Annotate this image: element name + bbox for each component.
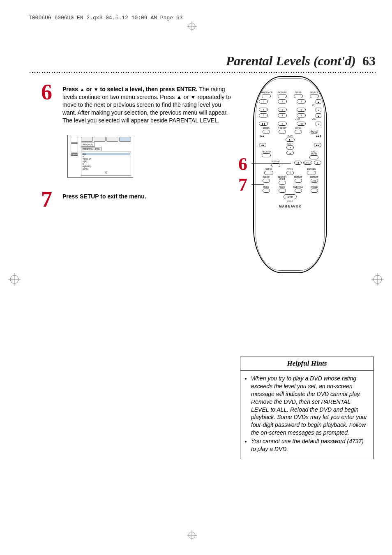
remote-brand: MAGNAVOX	[259, 205, 321, 208]
hints-title: Helpful Hints	[240, 357, 374, 371]
btn-6: 6	[297, 108, 306, 112]
down-triangle-icon: ▼	[94, 87, 99, 92]
lbl-speed: SPEED	[263, 127, 270, 129]
btn-pause: ❚❚	[259, 122, 268, 126]
btn-repeat	[295, 179, 302, 183]
lbl-repeat: REPEAT	[294, 176, 302, 178]
btn-8: 8	[278, 113, 287, 117]
osd-tab-1	[81, 137, 93, 142]
remote-ch-label: CH	[259, 104, 321, 106]
osd-return-button: RETURN	[71, 153, 78, 156]
btn-setup	[264, 171, 273, 175]
btn-angle	[311, 189, 318, 193]
step6-lead-a: Press	[62, 86, 80, 92]
osd-tabs	[81, 137, 131, 142]
page-title-area: Parental Levels (cont'd) 63	[29, 53, 376, 74]
crop-mark-left	[8, 273, 21, 286]
prev-icon: ▐◀◀	[259, 135, 264, 137]
btn-record	[262, 153, 271, 157]
callout-6-line	[251, 164, 291, 164]
btn-enter: ENTER	[303, 161, 312, 165]
osd-tab-4	[119, 137, 131, 142]
step6-lead-c: to select a level, then press ENTER.	[99, 86, 198, 92]
btn-mute: MUTE	[311, 130, 318, 134]
remote-num-row3: 7 8 9 ▲	[259, 113, 321, 118]
step-7-body: Press SETUP to exit the menu.	[62, 189, 146, 200]
lbl-stop: STOP	[287, 143, 293, 145]
callout-6: 6	[238, 154, 247, 175]
btn-play: ▶	[286, 138, 295, 142]
btn-zoom	[295, 130, 302, 134]
btn-creset	[279, 130, 286, 134]
lbl-zoom: ZOOM	[295, 127, 301, 129]
btn-4: 4	[259, 108, 268, 112]
btn-ab: A-B	[311, 179, 318, 183]
remote-transport-row1: ▐◀◀ PLAY▶ ▶▶▌	[259, 135, 321, 142]
page-number: 63	[362, 53, 376, 68]
btn-stop: ■	[286, 145, 294, 150]
dvd-logo: DVD	[284, 194, 297, 199]
btn-5: 5	[278, 108, 287, 112]
osd-down-arrow: ▽	[82, 170, 130, 175]
remote-clear-row: CLEAR SEARCH MODE REPEAT REPEATA-B	[259, 176, 321, 185]
lbl-setup: SETUP	[265, 168, 272, 170]
btn-plus10: +10	[297, 122, 306, 126]
lbl-subtitle: SUBTITLE	[293, 186, 303, 188]
btn-mode	[263, 189, 270, 193]
callout-7: 7	[238, 174, 247, 195]
steps-column: 6 Press ▲ or ▼ to select a level, then p…	[41, 82, 234, 220]
btn-rew: ◀◀	[259, 143, 266, 147]
btn-standby	[262, 94, 271, 98]
btn-9: 9	[297, 113, 306, 117]
up-triangle-icon: ▲	[80, 87, 85, 92]
lbl-mode: MODE	[263, 186, 269, 188]
osd-screenshot: RETURN PARENTAL PARENTAL LEVEL ALL 8 7 […	[67, 135, 133, 178]
btn-0: 0	[278, 122, 287, 126]
lbl-play: PLAY	[288, 135, 293, 137]
osd-tab-3	[106, 137, 118, 142]
print-header-line: T0006UG_6006UG_EN_2.qx3 04.5.12 10:09 AM…	[29, 15, 182, 21]
step-6-body: Press ▲ or ▼ to select a level, then pre…	[62, 82, 234, 124]
step7-body-text: Press SETUP to exit the menu.	[62, 193, 146, 200]
page-title-text: Parental Levels (cont'd)	[226, 53, 356, 68]
remote-nav-mid-row: DISPLAY ◀ ENTER ▶	[259, 161, 321, 167]
btn-clear	[263, 179, 270, 183]
lbl-plus100: +100	[290, 118, 305, 120]
btn-select	[310, 94, 319, 98]
remote-mode-row: MODE AUDIO SUBTITLE ANGLE	[259, 186, 321, 193]
lbl-vol: VOL	[307, 118, 321, 120]
dotted-rule	[29, 71, 376, 74]
helpful-hints-box: Helpful Hints When you try to play a DVD…	[240, 357, 374, 459]
btn-ch-up: ▲	[316, 99, 321, 104]
dvd-logo-sub: VIDEO	[259, 200, 321, 202]
step-number-6: 6	[41, 82, 57, 102]
callout-7-line	[251, 184, 264, 185]
lbl-creset: C.RESET	[278, 127, 287, 129]
remote-nav-bottom-row: SETUP TITLE▼ RETURN	[259, 168, 321, 175]
btn-disc-menu	[309, 155, 318, 159]
remote-record-row: RECORD ▲ DISC MENU	[259, 151, 321, 159]
lbl-record: RECORD	[262, 151, 271, 153]
btn-7: 7	[259, 113, 268, 117]
hint-1: When you try to play a DVD whose rating …	[251, 375, 369, 437]
btn-ch-down: ▼	[316, 108, 321, 112]
lbl-standby: STANDBY-ON	[260, 92, 273, 94]
lbl-search: SEARCH MODE	[275, 176, 289, 180]
crop-mark-top	[187, 21, 197, 31]
remote-num-row4: ❚❚ 0 +10 ▼	[259, 122, 321, 126]
btn-speed	[263, 130, 270, 134]
btn-picture	[278, 94, 287, 98]
btn-audio	[279, 189, 286, 193]
lbl-angle: ANGLE	[311, 186, 318, 188]
remote-transport-row2: ◀◀ STOP■ ▶▶	[259, 143, 321, 150]
btn-1: 1	[259, 99, 268, 104]
hints-list: When you try to play a DVD whose rating …	[240, 371, 374, 459]
step6-lead-b: or	[85, 86, 94, 92]
remote-speed-row: SPEED C.RESET ZOOM MUTE	[259, 127, 321, 134]
osd-tv-icon	[71, 137, 78, 143]
crop-mark-bottom	[187, 530, 197, 540]
btn-2: 2	[278, 99, 287, 104]
hint-2: You cannot use the default password (473…	[251, 438, 369, 453]
btn-down: ▼	[286, 171, 294, 175]
lbl-clear: CLEAR	[263, 176, 270, 178]
